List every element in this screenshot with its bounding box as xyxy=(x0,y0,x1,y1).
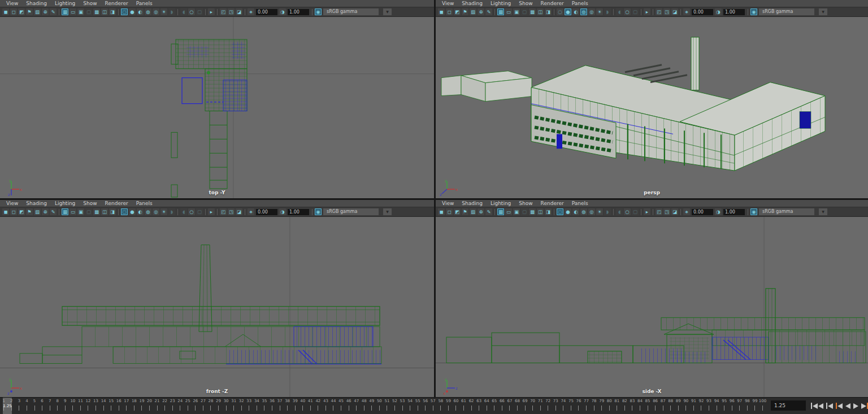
safe-action-icon[interactable]: ◫ xyxy=(101,208,108,215)
wireframe-on-shaded-icon[interactable]: ◐ xyxy=(572,8,579,15)
timeline-frame-18[interactable]: 18 xyxy=(131,399,138,414)
image-plane-icon[interactable]: ▧ xyxy=(34,8,41,15)
viewport-menu-show[interactable]: Show xyxy=(79,1,101,6)
viewport-menu-renderer[interactable]: Renderer xyxy=(537,201,568,206)
snapshot-icon[interactable]: ◪ xyxy=(671,8,678,15)
timeline-frame-63[interactable]: 63 xyxy=(475,399,483,414)
timeline-frame-5[interactable]: 5 xyxy=(31,399,38,414)
use-default-material-icon[interactable]: ◎ xyxy=(153,208,159,215)
timeline-frame-28[interactable]: 28 xyxy=(207,399,215,414)
shadows-icon[interactable]: ◗ xyxy=(604,208,611,215)
timeline-frame-32[interactable]: 32 xyxy=(237,399,245,414)
timeline-frame-48[interactable]: 48 xyxy=(360,399,368,414)
wireframe-on-shaded-icon[interactable]: ◐ xyxy=(572,208,579,215)
viewport-canvas-side[interactable]: y z x side -X xyxy=(436,217,868,397)
viewport-menu-lighting[interactable]: Lighting xyxy=(51,201,79,206)
wireframe-on-shaded-icon[interactable]: ◐ xyxy=(137,8,144,15)
snapshot-icon[interactable]: ◪ xyxy=(236,208,242,215)
grease-pencil-icon[interactable]: ✎ xyxy=(50,8,57,15)
lights-icon[interactable]: ☀ xyxy=(596,8,603,15)
shadows-icon[interactable]: ◗ xyxy=(168,8,175,15)
timeline-frame-25[interactable]: 25 xyxy=(184,399,192,414)
snapshot-icon[interactable]: ◪ xyxy=(236,8,242,15)
contrast-icon[interactable]: ◑ xyxy=(279,208,286,215)
smooth-shade-icon[interactable]: ● xyxy=(129,8,136,15)
smooth-shade-icon[interactable]: ● xyxy=(129,208,136,215)
image-plane-icon[interactable]: ▧ xyxy=(34,208,41,215)
timeline-frame-58[interactable]: 58 xyxy=(437,399,445,414)
timeline-frame-47[interactable]: 47 xyxy=(353,399,361,414)
textured-icon[interactable]: ◍ xyxy=(580,208,587,215)
timeline-frame-98[interactable]: 98 xyxy=(744,399,752,414)
resolution-gate-icon[interactable]: ▣ xyxy=(513,8,520,15)
wireframe-icon[interactable]: ◌ xyxy=(121,8,128,15)
viewport-canvas-top[interactable]: y x z top -Y xyxy=(0,17,434,198)
snapshot-icon[interactable]: ◪ xyxy=(671,208,678,215)
timeline-frame-55[interactable]: 55 xyxy=(414,399,422,414)
color-management-icon[interactable]: ◉ xyxy=(750,208,757,215)
safe-action-icon[interactable]: ◫ xyxy=(537,208,544,215)
timeline-frame-75[interactable]: 75 xyxy=(567,399,575,414)
timeline-frame-49[interactable]: 49 xyxy=(368,399,376,414)
viewport-menu-shading[interactable]: Shading xyxy=(22,201,51,206)
colorspace-arrow[interactable]: ▼ xyxy=(383,208,392,215)
timeline-frame-91[interactable]: 91 xyxy=(690,399,698,414)
exposure-field[interactable]: 0.00 xyxy=(256,209,277,215)
motion-blur-icon[interactable]: ▢ xyxy=(196,8,203,15)
resolution-gate-icon[interactable]: ▣ xyxy=(77,8,84,15)
viewport-menu-show[interactable]: Show xyxy=(79,201,101,206)
resolution-gate-icon[interactable]: ▣ xyxy=(77,208,84,215)
timeline-frame-78[interactable]: 78 xyxy=(590,399,598,414)
viewport-menu-shading[interactable]: Shading xyxy=(458,201,487,206)
viewport-menu-view[interactable]: View xyxy=(2,1,22,6)
timeline-frame-6[interactable]: 6 xyxy=(38,399,46,414)
copy-view-icon[interactable]: ◰ xyxy=(656,8,662,15)
timeline-frame-22[interactable]: 22 xyxy=(161,399,169,414)
lock-camera-icon[interactable]: ◻ xyxy=(10,8,17,15)
timeline-frame-92[interactable]: 92 xyxy=(697,399,705,414)
use-default-material-icon[interactable]: ◎ xyxy=(588,8,595,15)
paste-view-icon[interactable]: ◳ xyxy=(228,8,235,15)
safe-title-icon[interactable]: ◨ xyxy=(109,8,116,15)
occlusion-icon[interactable]: ◖ xyxy=(180,208,187,215)
occlusion-icon[interactable]: ◖ xyxy=(616,8,623,15)
timeline-frame-37[interactable]: 37 xyxy=(276,399,284,414)
timeline-frame-33[interactable]: 33 xyxy=(245,399,253,414)
timeline-frame-50[interactable]: 50 xyxy=(376,399,384,414)
timeline-frame-56[interactable]: 56 xyxy=(422,399,429,414)
viewport-menu-shading[interactable]: Shading xyxy=(22,1,51,6)
timeline-frame-36[interactable]: 36 xyxy=(268,399,276,414)
occlusion-icon[interactable]: ◖ xyxy=(180,8,187,15)
select-camera-icon[interactable]: ◼ xyxy=(438,8,445,15)
viewport-menu-lighting[interactable]: Lighting xyxy=(51,1,79,6)
timeline-frame-13[interactable]: 13 xyxy=(92,399,100,414)
lock-camera-icon[interactable]: ◻ xyxy=(446,208,453,215)
camera-attributes-icon[interactable]: ◩ xyxy=(454,208,461,215)
timeline-frame-57[interactable]: 57 xyxy=(429,399,437,414)
go-to-start-button[interactable] xyxy=(809,398,824,414)
anti-alias-icon[interactable]: ○ xyxy=(188,208,195,215)
viewport-menu-renderer[interactable]: Renderer xyxy=(101,201,132,206)
occlusion-icon[interactable]: ◖ xyxy=(616,208,623,215)
select-camera-icon[interactable]: ◼ xyxy=(438,208,445,215)
shadows-icon[interactable]: ◗ xyxy=(168,208,175,215)
field-chart-icon[interactable]: ▩ xyxy=(93,208,100,215)
timeline-frame-81[interactable]: 81 xyxy=(613,399,621,414)
anti-alias-icon[interactable]: ○ xyxy=(188,8,195,15)
exposure-field[interactable]: 0.00 xyxy=(256,9,277,15)
textured-icon[interactable]: ◍ xyxy=(145,208,151,215)
color-management-icon[interactable]: ◉ xyxy=(750,8,757,15)
timeline-frame-74[interactable]: 74 xyxy=(559,399,567,414)
timeline-frame-3[interactable]: 3 xyxy=(15,399,23,414)
timeline-frame-4[interactable]: 4 xyxy=(23,399,31,414)
motion-blur-icon[interactable]: ▢ xyxy=(632,208,639,215)
timeline-frame-40[interactable]: 40 xyxy=(299,399,307,414)
timeline-frame-21[interactable]: 21 xyxy=(153,399,161,414)
isolate-select-icon[interactable]: ▸ xyxy=(644,8,650,15)
timeline-frame-64[interactable]: 64 xyxy=(483,399,491,414)
timeline-frame-45[interactable]: 45 xyxy=(337,399,345,414)
timeline-frame-15[interactable]: 15 xyxy=(107,399,115,414)
field-chart-icon[interactable]: ▩ xyxy=(529,8,536,15)
timeline-frame-85[interactable]: 85 xyxy=(644,399,652,414)
timeline-frame-99[interactable]: 99 xyxy=(751,399,759,414)
